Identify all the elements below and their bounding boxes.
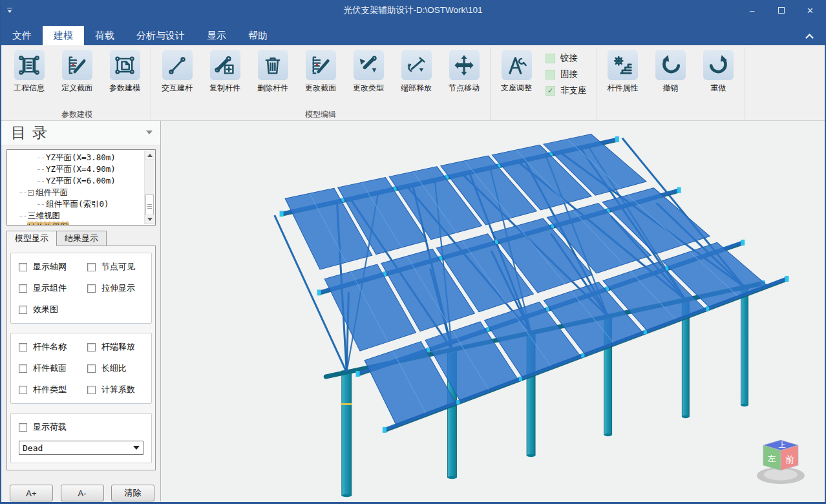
- show-load-checkbox[interactable]: [19, 423, 27, 432]
- menu-tab-1[interactable]: 建模: [43, 26, 84, 45]
- checkbox[interactable]: [87, 263, 96, 271]
- menubar: 文件建模荷载分析与设计显示帮助: [1, 21, 825, 45]
- tree-item-label: YZ平面(X=3.80m): [46, 152, 116, 163]
- arrow-down-icon: [147, 218, 153, 221]
- checkbox-icon[interactable]: [545, 70, 555, 79]
- member-props-button[interactable]: 杆件属性: [599, 47, 647, 94]
- draw-member-button[interactable]: 交互建杆: [153, 47, 201, 94]
- show-load-label: 显示荷载: [33, 421, 67, 433]
- button-label: 撤销: [663, 83, 679, 94]
- sidebar-tab-1[interactable]: 结果显示: [57, 231, 107, 246]
- sidebar-tab-0[interactable]: 模型显示: [6, 231, 57, 246]
- tree-item-label: 组件平面: [36, 187, 68, 198]
- scroll-down-button[interactable]: [145, 215, 154, 224]
- quick-access-toolbar-icon[interactable]: [6, 7, 14, 14]
- display-options-group-2: 杆件名称杆端释放杆件截面长细比杆件类型计算系数: [10, 333, 152, 404]
- button-label: 定义截面: [61, 83, 92, 94]
- checkbox-label: 显示轴网: [33, 261, 67, 273]
- button-label: 杆件属性: [608, 83, 639, 94]
- checkbox[interactable]: [87, 343, 96, 352]
- support-adjust-button[interactable]: 支座调整: [492, 47, 540, 94]
- project-info-button[interactable]: 工程信息: [5, 47, 53, 94]
- change-type-button[interactable]: 更改类型: [344, 47, 392, 94]
- display-option: 长细比: [87, 362, 147, 374]
- load-case-value: Dead: [23, 443, 43, 453]
- button-label: 更改类型: [353, 83, 384, 94]
- window-title: 光伏支架辅助设计-D:\OSTWork\101: [1, 5, 825, 16]
- model-display-tab-page: 显示轴网节点可见显示组件拉伸显示效果图 杆件名称杆端释放杆件截面长细比杆件类型计…: [6, 246, 156, 470]
- ribbon-group-1: 交互建杆复制杆件删除杆件更改截面更改类型端部释放节点移动模型编辑: [151, 47, 491, 120]
- define-section-button[interactable]: 定义截面: [53, 47, 101, 94]
- change-section-button[interactable]: 更改截面: [297, 47, 344, 94]
- tree-item-2[interactable]: YZ平面(X=6.00m): [7, 176, 142, 187]
- menu-tab-3[interactable]: 分析与设计: [125, 26, 196, 45]
- tree-item-0[interactable]: YZ平面(X=3.80m): [7, 152, 142, 164]
- checkbox-label: 杆端释放: [101, 341, 135, 353]
- tree-item-label: YZ平面(X=6.00m): [46, 176, 116, 187]
- end-release-icon: [401, 50, 432, 80]
- checkbox-icon[interactable]: ✓: [545, 86, 555, 96]
- redo-icon: [703, 50, 734, 80]
- button-label: 参数建模: [109, 83, 140, 94]
- support-check-0[interactable]: 铰接: [545, 52, 587, 64]
- checkbox[interactable]: [19, 343, 27, 352]
- support-adjust-icon: [502, 50, 532, 80]
- model-tree: YZ平面(X=3.80m)YZ平面(X=4.90m)YZ平面(X=6.00m)组…: [6, 149, 156, 226]
- tree-item-4[interactable]: 组件平面(索引0): [7, 199, 142, 211]
- redo-button[interactable]: 重做: [695, 47, 743, 94]
- tree-item-label: 结构效果图: [28, 222, 69, 226]
- menu-tab-4[interactable]: 显示: [196, 26, 237, 45]
- menu-tab-5[interactable]: 帮助: [237, 26, 279, 45]
- checkbox-label: 显示组件: [33, 282, 67, 294]
- undo-icon: [655, 50, 686, 80]
- view-cube[interactable]: 上左前: [757, 440, 805, 484]
- menu-tab-2[interactable]: 荷载: [84, 26, 125, 45]
- ribbon-group-label: [492, 109, 595, 120]
- define-section-icon: [62, 50, 92, 80]
- tree-item-1[interactable]: YZ平面(X=4.90m): [7, 164, 142, 176]
- load-case-dropdown[interactable]: Dead: [19, 441, 143, 455]
- svg-text:左: 左: [767, 454, 776, 463]
- tree-item-5[interactable]: 三维视图: [7, 211, 142, 222]
- load-display-group: 显示荷载 Dead: [10, 413, 152, 463]
- catalog-dropdown-icon[interactable]: [146, 131, 153, 134]
- tree-scrollbar: [144, 151, 154, 224]
- maximize-button[interactable]: [767, 0, 796, 21]
- tree-item-6[interactable]: 结构效果图: [7, 222, 142, 226]
- support-check-2[interactable]: ✓非支座: [545, 85, 587, 96]
- 3d-scene[interactable]: 上左前: [161, 121, 825, 501]
- ribbon-collapse-icon[interactable]: [807, 33, 813, 39]
- checkbox[interactable]: [87, 364, 96, 373]
- parametric-model-button[interactable]: 参数建模: [101, 47, 149, 94]
- tree-item-3[interactable]: 组件平面: [7, 187, 142, 199]
- checkbox[interactable]: [19, 386, 27, 394]
- ribbon-group-label: [599, 109, 743, 120]
- font-decrease-button[interactable]: A-: [61, 485, 104, 501]
- button-label: 重做: [711, 83, 726, 94]
- move-node-button[interactable]: 节点移动: [440, 47, 488, 94]
- font-increase-button[interactable]: A+: [10, 485, 53, 501]
- checkbox-icon[interactable]: [545, 54, 555, 63]
- checkbox[interactable]: [87, 284, 96, 293]
- checkbox[interactable]: [19, 284, 27, 293]
- end-release-button[interactable]: 端部释放: [392, 47, 440, 94]
- checkbox-label: 拉伸显示: [101, 282, 135, 294]
- undo-button[interactable]: 撤销: [647, 47, 695, 94]
- 3d-viewport[interactable]: 上左前: [161, 121, 825, 501]
- scroll-up-button[interactable]: [145, 151, 154, 160]
- menu-tab-0[interactable]: 文件: [1, 26, 43, 45]
- checkbox[interactable]: [19, 364, 27, 373]
- delete-member-button[interactable]: 删除杆件: [249, 47, 297, 94]
- display-option: 显示轴网: [19, 261, 87, 273]
- copy-member-icon: [210, 50, 240, 80]
- support-check-1[interactable]: 固接: [545, 68, 587, 80]
- checkbox[interactable]: [19, 263, 27, 271]
- checkbox[interactable]: [19, 306, 27, 314]
- minimize-button[interactable]: –: [737, 0, 767, 21]
- collapse-expander-icon[interactable]: [28, 190, 34, 196]
- titlebar: 光伏支架辅助设计-D:\OSTWork\101 – ✕: [1, 0, 825, 21]
- checkbox[interactable]: [87, 386, 96, 394]
- clear-button[interactable]: 清除: [111, 485, 154, 501]
- close-button[interactable]: ✕: [796, 0, 825, 21]
- copy-member-button[interactable]: 复制杆件: [201, 47, 249, 94]
